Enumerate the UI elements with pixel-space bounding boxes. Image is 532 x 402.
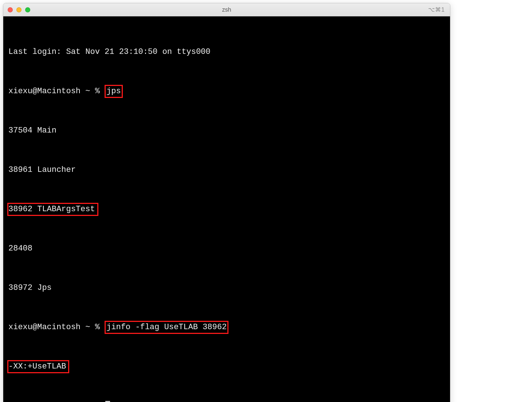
- window-titlebar: zsh ⌥⌘1: [3, 3, 450, 16]
- jinfo-output-line: -XX:+UseTLAB: [8, 360, 445, 373]
- traffic-lights: [8, 7, 30, 12]
- highlight-usetlab: -XX:+UseTLAB: [7, 360, 69, 373]
- jps-output-line: 37504 Main: [8, 124, 445, 137]
- jps-output-line: 38961 Launcher: [8, 163, 445, 177]
- jps-output-line: 38972 Jps: [8, 281, 445, 295]
- prompt-line-1: xiexu@Macintosh ~ % jps: [8, 85, 445, 98]
- highlight-jinfo: jinfo -flag UseTLAB 38962: [105, 321, 228, 334]
- window-title: zsh: [222, 7, 231, 13]
- minimize-icon[interactable]: [16, 7, 21, 12]
- window-shortcut-label: ⌥⌘1: [428, 6, 445, 13]
- zoom-icon[interactable]: [25, 7, 30, 12]
- highlight-tlab-pid: 38962 TLABArgsTest: [7, 203, 98, 216]
- prompt-prefix: xiexu@Macintosh ~ %: [8, 323, 105, 332]
- jps-output-line: 28408: [8, 242, 445, 255]
- prompt-prefix: xiexu@Macintosh ~ %: [8, 87, 105, 96]
- terminal-body[interactable]: Last login: Sat Nov 21 23:10:50 on ttys0…: [3, 16, 450, 402]
- close-icon[interactable]: [8, 7, 13, 12]
- terminal-window: zsh ⌥⌘1 Last login: Sat Nov 21 23:10:50 …: [3, 3, 450, 402]
- prompt-line-2: xiexu@Macintosh ~ % jinfo -flag UseTLAB …: [8, 321, 445, 334]
- highlight-jps: jps: [105, 85, 123, 98]
- last-login-line: Last login: Sat Nov 21 23:10:50 on ttys0…: [8, 46, 445, 59]
- jps-output-line: 38962 TLABArgsTest: [8, 203, 445, 216]
- prompt-line-3: xiexu@Macintosh ~ %: [8, 399, 445, 402]
